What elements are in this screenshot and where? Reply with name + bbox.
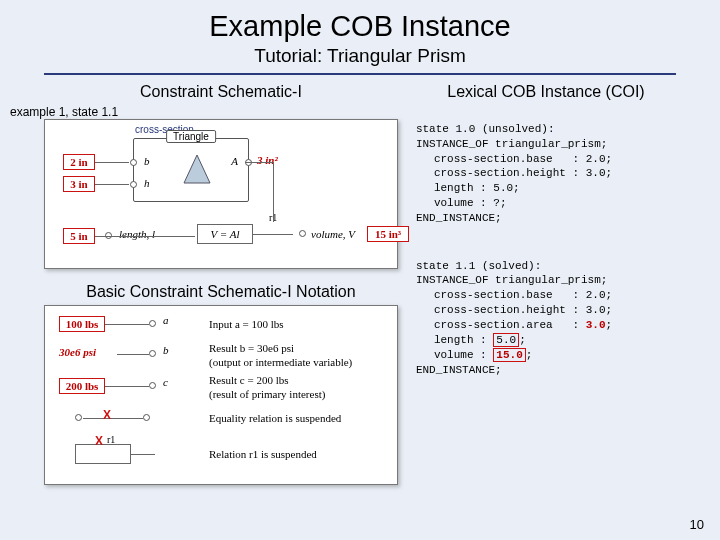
not-var-b: b [163,344,169,356]
var-b: b [144,155,150,167]
code-block-solved: state 1.1 (solved): INSTANCE_OF triangul… [416,244,676,378]
psi-value: 30e6 psi [59,346,96,358]
schematic-figure: cross-section Triangle b h A 2 in 3 in 5… [44,119,398,269]
line-c: Result c = 200 lbs [209,374,289,386]
triangle-subbox: Triangle b h A [133,138,249,202]
input-3in: 3 in [63,176,95,192]
slide-title: Example COB Instance [44,10,676,43]
volume-label: volume, V [311,228,355,240]
divider [44,73,676,75]
code-block-unsolved: state 1.0 (unsolved): INSTANCE_OF triang… [416,107,676,226]
var-h: h [144,177,150,189]
svg-marker-0 [184,155,210,183]
line-c2: (result of primary interest) [209,388,325,400]
result-200lbs: 200 lbs [59,378,105,394]
notation-header: Basic Constraint Schematic-I Notation [44,283,398,301]
left-section-header: Constraint Schematic-I [44,83,398,101]
page-number: 10 [690,517,704,532]
not-var-a: a [163,314,169,326]
notation-figure: 100 lbs a Input a = 100 lbs 30e6 psi b R… [44,305,398,485]
not-var-c: c [163,376,168,388]
line-b2: (output or intermediate variable) [209,356,352,368]
volume-value: 15 in³ [367,226,409,242]
triangle-icon [182,153,212,187]
area-value: 3 in² [257,154,278,166]
right-section-header: Lexical COB Instance (COI) [416,83,676,101]
line-eq: Equality relation is suspended [209,412,341,424]
triangle-title: Triangle [166,130,216,143]
slide-subtitle: Tutorial: Triangular Prism [44,45,676,67]
equation-box: V = Al [197,224,253,244]
input-5in: 5 in [63,228,95,244]
line-a: Input a = 100 lbs [209,318,284,330]
line-b: Result b = 30e6 psi [209,342,294,354]
line-r1: Relation r1 is suspended [209,448,317,460]
suspend-x-r1: X [95,434,103,448]
length-label: length, l [119,228,155,240]
not-r1: r1 [107,434,115,445]
input-2in: 2 in [63,154,95,170]
example-label: example 1, state 1.1 [10,105,398,119]
input-100lbs: 100 lbs [59,316,105,332]
var-A: A [231,155,238,167]
suspend-x-eq: X [103,408,111,422]
